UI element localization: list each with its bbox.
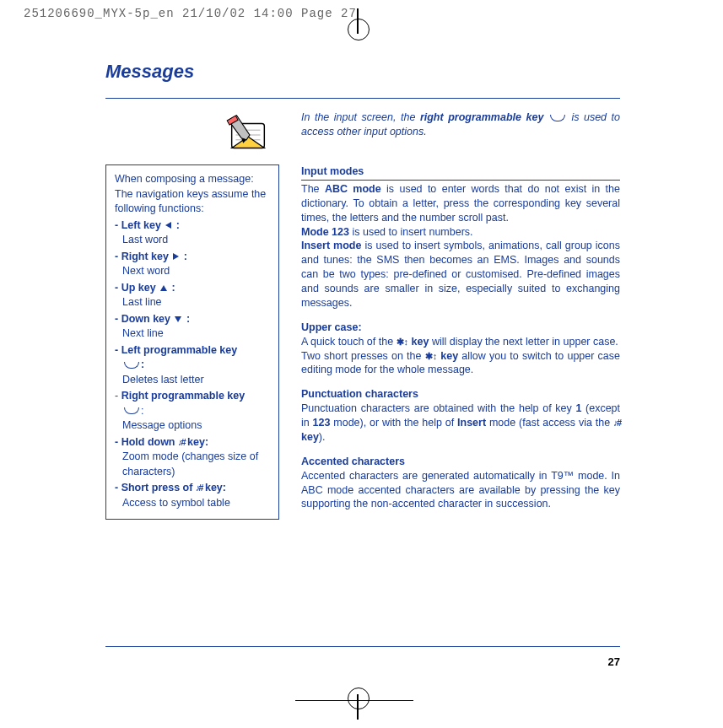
hash-key-icon: ♪# [613,418,620,428]
t: Insert [457,417,486,429]
upper-p2: Two short presses on the ✱↕ key allow yo… [301,349,620,378]
accent-p: Accented characters are generated automa… [301,469,620,512]
input-modes-p1: The ABC mode is used to enter words that… [301,182,620,225]
sidebar-item-short: - Short press of ♪# key: Access to symbo… [115,481,270,510]
short-key: key: [202,482,226,493]
page-content: Messages In the input screen, the right … [105,61,620,520]
right-prog-dash: - [115,390,121,402]
up-key-colon: : [169,282,175,294]
arrow-left-icon [165,222,171,229]
page-title: Messages [105,61,620,83]
right-prog-desc: Message options [115,418,270,434]
t: key [301,431,319,443]
hold-key: key: [185,436,209,448]
short-label: - Short press of [115,482,192,493]
t: Punctuation characters are obtained with… [301,402,575,414]
t: Two short presses on the [301,350,425,362]
mode123-line: Mode 123 is used to insert numbers. [301,225,620,240]
left-key-desc: Last word [115,233,270,248]
page-footer: 27 [105,646,620,668]
sidebar-intro: When composing a message: The navigation… [115,172,270,217]
arrow-up-icon [160,285,167,291]
page-icon-cell [105,111,279,159]
sidebar-item-up: - Up key : Last line [115,281,270,310]
right-prog-label: Right programmable key [121,390,245,402]
softkey-icon [124,407,139,414]
t: A quick touch of the [301,336,397,348]
content-row: When composing a message: The navigation… [105,164,620,520]
main-content: Input modes The ABC mode is used to ente… [301,164,620,511]
down-key-desc: Next line [115,326,270,342]
crop-mark-top [337,8,380,51]
upper-heading: Upper case: [301,321,620,335]
print-header-info: 251206690_MYX-5p_en 21/10/02 14:00 Page … [24,7,357,20]
up-key-label: - Up key [115,282,156,294]
right-prog-colon: : [141,405,143,417]
upper-p1: A quick touch of the ✱↕ key will display… [301,335,620,349]
sidebar-item-left-prog: - Left programmable key : Deletes last l… [115,343,270,388]
input-modes-heading: Input modes [301,164,620,181]
sidebar-item-right: - Right key : Next word [115,250,270,279]
sidebar-box: When composing a message: The navigation… [105,164,279,520]
sidebar-item-right-prog: - Right programmable key : Message optio… [115,389,270,434]
hash-key-icon: ♪# [178,437,185,447]
sidebar-item-hold: - Hold down ♪# key: Zoom mode (changes s… [115,435,270,480]
left-key-label: - Left key [115,219,161,231]
sidebar-item-left: - Left key : Last word [115,218,270,248]
up-key-desc: Last line [115,295,270,310]
left-prog-label: - Left programmable key [115,344,237,356]
arrow-right-icon [173,253,179,260]
hold-desc: Zoom mode (changes size of characters) [115,450,270,479]
mode-123: Mode 123 [301,226,349,238]
star-key-icon: ✱↕ [397,337,409,347]
t: key [437,350,458,362]
t: mode), or with the help of [330,417,457,429]
left-key-colon: : [173,219,180,231]
arrow-down-icon [175,316,181,322]
t: key [408,336,429,348]
left-prog-desc: Deletes last letter [115,373,270,388]
intro-pre: In the input screen, the [301,111,420,123]
intro-key: right programmable key [420,111,544,123]
punct-p: Punctuation characters are obtained with… [301,402,620,445]
t: 123 [313,417,331,429]
insert-mode: Insert mode [301,240,361,251]
right-key-colon: : [181,251,187,262]
insert-mode-line: Insert mode is used to insert symbols, a… [301,239,620,310]
right-key-label: - Right key [115,251,169,262]
t: mode (fast access via the [486,417,613,429]
right-key-desc: Next word [115,264,270,279]
t: The [301,183,325,195]
down-key-label: - Down key [115,313,170,325]
star-key-icon: ✱↕ [425,351,438,361]
crop-mark-bottom [337,677,380,720]
title-rule [105,98,620,99]
short-desc: Access to symbol table [115,496,270,511]
down-key-colon: : [183,313,190,325]
t: ). [319,431,326,443]
sidebar-item-down: - Down key : Next line [115,312,270,342]
hold-label: - Hold down [115,436,175,448]
intro-text: In the input screen, the right programma… [301,111,620,159]
compose-message-icon [224,111,272,159]
punct-heading: Punctuation characters [301,387,620,402]
top-row: In the input screen, the right programma… [105,111,620,159]
accent-heading: Accented characters [301,455,620,469]
softkey-icon [124,362,139,369]
page-number: 27 [105,655,620,668]
softkey-icon [550,115,565,121]
left-prog-colon: : [141,359,144,370]
t: will display the next letter in upper ca… [429,336,618,348]
abc-mode: ABC mode [325,183,381,195]
t: is used to insert numbers. [349,226,473,238]
footer-rule [105,646,620,647]
